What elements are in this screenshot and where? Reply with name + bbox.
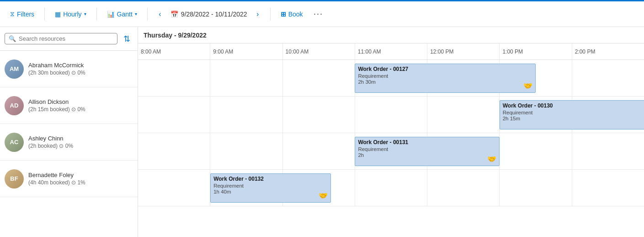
filters-button[interactable]: ⧖ Filters (5, 7, 39, 21)
gantt-row: Work Order - 00127 Requirement 2h 30m 🤝 (138, 60, 644, 97)
wo-type: Requirement (358, 73, 532, 79)
resource-details: (2h 30m booked) ⊙ 0% (28, 70, 133, 76)
wo-title: Work Order - 00130 (503, 102, 644, 109)
divider-3 (147, 8, 148, 21)
wo-title: Work Order - 00132 (213, 176, 328, 182)
gantt-area: Thursday - 9/29/2022 8:00 AM 9:00 AM 10:… (138, 27, 644, 237)
wo-type: Requirement (503, 110, 644, 115)
resource-name: Bernadette Foley (28, 172, 133, 178)
gantt-row: Work Order - 00132 Requirement 1h 40m 🤝 (138, 170, 644, 206)
time-slot-header-9am: 9:00 AM (210, 43, 282, 59)
date-range-text: 9/28/2022 - 10/11/2022 (181, 11, 247, 18)
book-icon: ⊞ (281, 11, 286, 18)
gantt-cell (572, 170, 644, 206)
handshake-icon: 🤝 (523, 81, 532, 90)
avatar: BF (5, 169, 24, 189)
resource-info: Abraham McCormick (2h 30m booked) ⊙ 0% (28, 62, 133, 76)
handshake-icon: 🤝 (319, 191, 328, 200)
list-item[interactable]: AD Allison Dickson (2h 15m booked) ⊙ 0% (0, 87, 138, 124)
time-slot-header-1pm: 1:00 PM (500, 43, 572, 59)
sort-button[interactable]: ⇅ (120, 32, 133, 45)
time-slot-header-12pm: 12:00 PM (427, 43, 500, 59)
gantt-cell (138, 133, 210, 169)
gantt-cell (138, 60, 210, 96)
date-range-display: 📅 9/28/2022 - 10/11/2022 (170, 11, 247, 18)
gantt-cell (427, 97, 500, 133)
calendar-icon: 📅 (170, 11, 178, 18)
work-order-00131[interactable]: Work Order - 00131 Requirement 2h 🤝 (355, 137, 499, 166)
time-slot-header-10am: 10:00 AM (283, 43, 355, 59)
main-container: 🔍 ⇅ AM Abraham McCormick (2h 30m booked)… (0, 27, 644, 237)
wo-duration: 2h 15m (503, 116, 644, 121)
gantt-cell (138, 170, 210, 206)
gantt-cell (210, 133, 282, 169)
work-order-00127[interactable]: Work Order - 00127 Requirement 2h 30m 🤝 (355, 64, 535, 93)
avatar: AD (5, 96, 24, 115)
gantt-cell (500, 170, 572, 206)
divider-4 (270, 8, 271, 21)
resource-details: (2h booked) ⊙ 0% (28, 143, 133, 149)
sort-icon: ⇅ (123, 34, 130, 44)
avatar: AC (5, 133, 24, 152)
resource-info: Bernadette Foley (4h 40m booked) ⊙ 1% (28, 172, 133, 186)
hourly-label: Hourly (63, 11, 81, 18)
hourly-button[interactable]: ▦ Hourly ▾ (50, 8, 90, 21)
gantt-row: Work Order - 00130 Requirement 2h 15m (138, 97, 644, 133)
resource-info: Ashley Chinn (2h booked) ⊙ 0% (28, 135, 133, 149)
gantt-button[interactable]: 📊 Gantt ▾ (102, 8, 142, 21)
list-item[interactable]: AM Abraham McCormick (2h 30m booked) ⊙ 0… (0, 51, 138, 87)
gantt-cell (427, 170, 500, 206)
wo-duration: 2h (358, 152, 496, 158)
resource-list: AM Abraham McCormick (2h 30m booked) ⊙ 0… (0, 51, 138, 237)
book-label: Book (288, 11, 303, 18)
list-item[interactable]: BF Bernadette Foley (4h 40m booked) ⊙ 1% (0, 161, 138, 197)
gantt-label: Gantt (117, 11, 133, 18)
work-order-00132[interactable]: Work Order - 00132 Requirement 1h 40m 🤝 (210, 173, 331, 203)
list-item[interactable]: AC Ashley Chinn (2h booked) ⊙ 0% (0, 124, 138, 161)
gantt-cell (572, 60, 644, 96)
resource-name: Allison Dickson (28, 98, 133, 105)
gantt-cell (283, 133, 355, 169)
time-slot-header-11am: 11:00 AM (355, 43, 427, 59)
divider-2 (96, 8, 97, 21)
gantt-cell (283, 60, 355, 96)
time-slot-header-8am: 8:00 AM (138, 43, 210, 59)
gantt-cell (210, 60, 282, 96)
gantt-chevron-icon: ▾ (135, 11, 137, 16)
work-order-00130[interactable]: Work Order - 00130 Requirement 2h 15m (500, 100, 644, 129)
gantt-cell (355, 97, 427, 133)
resource-info: Allison Dickson (2h 15m booked) ⊙ 0% (28, 98, 133, 113)
wo-duration: 1h 40m (213, 189, 328, 194)
toolbar: ⧖ Filters ▦ Hourly ▾ 📊 Gantt ▾ ‹ 📅 9/28/… (0, 1, 644, 27)
filter-icon: ⧖ (10, 10, 15, 18)
hourly-icon: ▦ (55, 11, 61, 18)
wo-duration: 2h 30m (358, 79, 532, 85)
prev-button[interactable]: ‹ (153, 7, 167, 21)
gantt-rows: Work Order - 00127 Requirement 2h 30m 🤝 … (138, 60, 644, 237)
header-date-text: Thursday - 9/29/2022 (144, 32, 207, 39)
filters-label: Filters (17, 11, 34, 18)
gantt-icon: 📊 (107, 11, 115, 18)
resource-details: (4h 40m booked) ⊙ 1% (28, 179, 133, 186)
resource-details: (2h 15m booked) ⊙ 0% (28, 106, 133, 113)
next-button[interactable]: › (251, 7, 265, 21)
handshake-icon: 🤝 (487, 155, 496, 163)
gantt-cell (500, 133, 572, 169)
gantt-cell (572, 133, 644, 169)
gantt-time-header: 8:00 AM 9:00 AM 10:00 AM 11:00 AM 12:00 … (138, 43, 644, 60)
divider-1 (44, 8, 45, 21)
resource-name: Abraham McCormick (28, 62, 133, 69)
gantt-cell (138, 97, 210, 133)
resource-name: Ashley Chinn (28, 135, 133, 142)
search-bar-row: 🔍 ⇅ (0, 27, 138, 51)
gantt-header-date: Thursday - 9/29/2022 (138, 27, 644, 43)
wo-type: Requirement (213, 183, 328, 189)
search-icon: 🔍 (9, 35, 16, 42)
book-button[interactable]: ⊞ Book (276, 8, 308, 21)
search-input-wrapper[interactable]: 🔍 (5, 33, 117, 44)
search-input[interactable] (19, 35, 113, 42)
more-button[interactable]: ··· (311, 7, 326, 22)
wo-title: Work Order - 00131 (358, 139, 496, 145)
left-panel: 🔍 ⇅ AM Abraham McCormick (2h 30m booked)… (0, 27, 138, 237)
gantt-row: Work Order - 00131 Requirement 2h 🤝 (138, 133, 644, 170)
